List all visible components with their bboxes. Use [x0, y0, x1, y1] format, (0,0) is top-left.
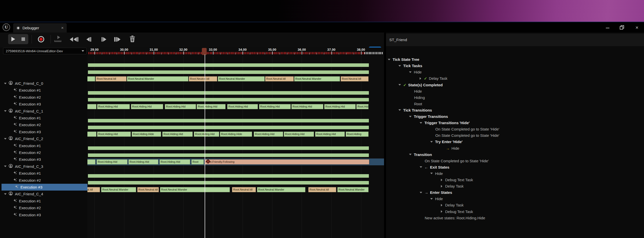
detail-row[interactable]: Delay Task	[441, 202, 464, 208]
detail-row[interactable]: Root	[409, 101, 422, 107]
expander-down-icon[interactable]	[4, 138, 7, 140]
titlebar: U Debugger × ×	[0, 22, 644, 33]
instance-row[interactable]: AIC_Friend_C_3	[0, 163, 87, 170]
expander-down-icon[interactable]	[409, 71, 412, 73]
expander-right-icon[interactable]	[441, 210, 442, 213]
step-back-button[interactable]	[86, 36, 91, 42]
execution-icon	[13, 157, 17, 162]
detail-row[interactable]: Try Enter 'Hide'	[430, 139, 463, 145]
scrub-handle[interactable]	[202, 48, 207, 55]
expander-right-icon[interactable]	[441, 179, 442, 181]
expander-down-icon[interactable]	[409, 116, 412, 117]
expander-down-icon[interactable]	[4, 193, 7, 195]
instance-row[interactable]: AIC_Friend_C_1	[0, 108, 87, 115]
step-first-button[interactable]	[70, 36, 78, 42]
instance-row[interactable]: AIC_Friend_C_2	[0, 135, 87, 142]
detail-row[interactable]: Tick Transitions	[398, 107, 432, 113]
detail-row[interactable]: Hide	[430, 196, 443, 202]
stop-icon[interactable]	[21, 37, 25, 41]
detail-row[interactable]: Hide	[409, 88, 422, 94]
detail-row[interactable]: Hide	[409, 69, 422, 75]
execution-row-selected[interactable]: Execution #3	[2, 184, 87, 191]
detail-row[interactable]: Hide	[430, 170, 443, 177]
close-button[interactable]: ×	[633, 24, 641, 31]
execution-row[interactable]: Execution #2	[0, 94, 87, 101]
instance-row[interactable]: AIC_Friend_C_4	[0, 191, 87, 197]
detail-row[interactable]: On State Completed go to State 'Hide'	[430, 132, 499, 139]
restore-button[interactable]	[618, 24, 626, 31]
detail-row[interactable]: Tick Tasks	[398, 63, 422, 69]
execution-row[interactable]: Execution #3	[0, 128, 87, 135]
play-icon[interactable]	[11, 37, 15, 41]
execution-row[interactable]: Execution #2	[0, 204, 87, 211]
timeline-ruler[interactable]: 29.0030.0031.0032.0033.0034.0035.0036.00…	[87, 47, 384, 56]
detail-row[interactable]: Delay Task	[441, 183, 464, 189]
expander-down-icon[interactable]	[420, 166, 422, 168]
expander-down-icon[interactable]	[430, 198, 433, 200]
step-last-button[interactable]	[114, 36, 121, 42]
execution-row[interactable]: Execution #1	[0, 198, 87, 204]
state-segment: Root.Hiding.Hid	[87, 131, 97, 137]
expander-down-icon[interactable]	[398, 65, 401, 67]
expander-right-icon[interactable]	[441, 204, 442, 206]
execution-row[interactable]: Execution #2	[0, 177, 87, 184]
execution-row[interactable]: Execution #2	[0, 149, 87, 156]
detail-row[interactable]: →Enter States	[420, 189, 452, 196]
detail-row[interactable]: New active states: Root.Hiding.Hide	[420, 215, 485, 221]
detail-row[interactable]: Tick State Tree	[388, 56, 419, 63]
detail-row[interactable]: ←Exit States	[420, 164, 449, 170]
execution-row[interactable]: Execution #1	[0, 170, 87, 177]
minimize-button[interactable]	[604, 24, 611, 31]
play-to-position-button[interactable]	[54, 36, 62, 43]
expander-down-icon[interactable]	[398, 109, 401, 111]
detail-row[interactable]: On State Completed go to State 'Hide'	[430, 126, 499, 132]
record-button[interactable]	[38, 36, 44, 42]
expander-down-icon[interactable]	[4, 83, 7, 84]
detail-row[interactable]: Trigger Transitions	[409, 113, 448, 120]
tab-debugger[interactable]: Debugger ×	[13, 23, 67, 33]
detail-row[interactable]: Debug Text Task	[441, 177, 473, 183]
timeline-area[interactable]: Root.Neutral.WanderRoot.Neutral.IdlRoot.…	[87, 47, 384, 238]
state-segment: Root.Neutral.Idl	[96, 76, 127, 82]
detail-row[interactable]: Debug Text Task	[441, 208, 473, 215]
state-segment: Root.Hiding.Hid	[197, 104, 226, 109]
detail-row[interactable]: ✓Delay Task	[420, 75, 447, 82]
expander-down-icon[interactable]	[430, 141, 433, 143]
state-segment: Root.Hiding.Hid	[254, 131, 283, 137]
execution-row[interactable]: Execution #3	[0, 156, 87, 163]
detail-label: On State Completed go to State 'Hide'	[435, 127, 499, 131]
expander-right-icon[interactable]	[420, 77, 421, 80]
expander-down-icon[interactable]	[420, 122, 422, 124]
execution-row[interactable]: Execution #3	[0, 211, 87, 218]
trash-icon[interactable]	[130, 36, 135, 42]
detail-row[interactable]: Trigger Transitions 'Hide'	[420, 120, 470, 126]
execution-row[interactable]: Execution #1	[0, 87, 87, 94]
execution-row[interactable]: Execution #3	[0, 101, 87, 108]
state-segment: Root.Hiding.Hid	[259, 104, 291, 109]
expander-down-icon[interactable]	[409, 154, 412, 155]
expander-down-icon[interactable]	[388, 59, 390, 60]
detail-row[interactable]: →Hide	[441, 145, 459, 151]
session-dropdown[interactable]: 2759693516-Win64-UnrealEditor-Dev	[3, 48, 87, 54]
execution-row[interactable]: Execution #2	[0, 121, 87, 128]
state-segment-strip: Root.Hiding.HidRoot.Hiding.HidRoot.Hidin…	[87, 104, 384, 109]
detail-row[interactable]: Hiding	[409, 94, 425, 101]
expander-down-icon[interactable]	[420, 192, 422, 193]
tab-close-icon[interactable]: ×	[61, 26, 64, 30]
execution-row[interactable]: Execution #1	[0, 142, 87, 149]
expander-down-icon[interactable]	[398, 84, 401, 86]
expander-down-icon[interactable]	[430, 173, 433, 174]
expander-right-icon[interactable]	[441, 185, 442, 188]
desktop-background	[0, 0, 644, 22]
execution-row[interactable]: Execution #1	[0, 115, 87, 121]
expander-down-icon[interactable]	[4, 110, 7, 112]
playhead-line[interactable]	[205, 55, 205, 238]
detail-row[interactable]: On State Completed go to State 'Hide'	[420, 158, 489, 164]
panel-divider[interactable]	[384, 33, 386, 238]
step-forward-button[interactable]	[102, 36, 106, 42]
detail-row[interactable]: ✓State(s) Completed	[398, 82, 443, 88]
expander-down-icon[interactable]	[4, 166, 7, 167]
activity-bar	[88, 70, 369, 74]
instance-row[interactable]: AIC_Friend_C_0	[0, 80, 87, 87]
detail-row[interactable]: Transition	[409, 151, 432, 158]
